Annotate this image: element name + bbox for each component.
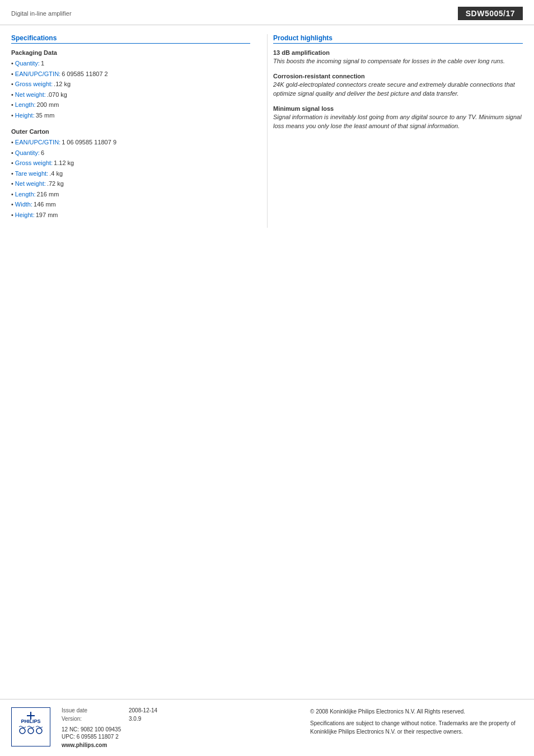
list-item: Width: 146 mm bbox=[11, 199, 250, 210]
spec-value: 216 mm bbox=[37, 190, 59, 199]
spec-value: 200 mm bbox=[37, 100, 59, 110]
list-item: EAN/UPC/GTIN: 1 06 09585 11807 9 bbox=[11, 137, 250, 148]
spec-value: 1.12 kg bbox=[54, 158, 74, 168]
spec-label: Length: bbox=[15, 190, 36, 199]
spec-label: Gross weight: bbox=[15, 79, 53, 89]
footer-right: © 2008 Koninklijke Philips Electronics N… bbox=[310, 707, 523, 736]
highlight-item: 13 dB amplification This boosts the inco… bbox=[273, 49, 523, 66]
packaging-data-list: Quantity: 1EAN/UPC/GTIN: 6 09585 11807 2… bbox=[11, 58, 250, 120]
philips-logo: PHILIPS bbox=[11, 707, 50, 746]
footer-nc: 12 NC: 9082 100 09435 bbox=[62, 726, 299, 732]
footer-copyright: © 2008 Koninklijke Philips Electronics N… bbox=[310, 707, 523, 716]
spec-value: 35 mm bbox=[36, 111, 55, 120]
highlight-item-title: Minimum signal loss bbox=[273, 105, 523, 112]
highlight-item-desc: This boosts the incoming signal to compe… bbox=[273, 57, 523, 66]
spec-label: Height: bbox=[15, 111, 35, 120]
packaging-data-title: Packaging Data bbox=[11, 49, 250, 56]
page: Digital in-line amplifier SDW5005/17 Spe… bbox=[0, 0, 534, 756]
spec-label: Net weight: bbox=[15, 90, 46, 100]
footer: PHILIPS Issue date 2008-12-14 Version: bbox=[0, 699, 534, 756]
spec-value: .72 kg bbox=[47, 179, 64, 189]
footer-upc: UPC: 6 09585 11807 2 bbox=[62, 734, 299, 740]
spec-value: .4 kg bbox=[49, 169, 63, 179]
spec-label: Quantity: bbox=[15, 148, 40, 158]
outer-carton-list: EAN/UPC/GTIN: 1 06 09585 11807 9Quantity… bbox=[11, 137, 250, 220]
list-item: Quantity: 1 bbox=[11, 58, 250, 69]
header: Digital in-line amplifier SDW5005/17 bbox=[0, 0, 534, 25]
spec-label: Quantity: bbox=[15, 59, 40, 68]
list-item: EAN/UPC/GTIN: 6 09585 11807 2 bbox=[11, 69, 250, 79]
highlights-title: Product highlights bbox=[273, 34, 523, 44]
spec-label: Height: bbox=[15, 210, 35, 220]
highlight-item: Corrosion-resistant connection 24K gold-… bbox=[273, 73, 523, 98]
list-item: Gross weight: .12 kg bbox=[11, 79, 250, 90]
list-item: Quantity: 6 bbox=[11, 148, 250, 158]
right-column: Product highlights 13 dB amplification T… bbox=[267, 34, 523, 228]
highlights-container: 13 dB amplification This boosts the inco… bbox=[273, 49, 523, 131]
footer-disclaimer: Specifications are subject to change wit… bbox=[310, 719, 523, 736]
spec-label: Tare weight: bbox=[15, 169, 48, 179]
spec-label: Net weight: bbox=[15, 179, 46, 189]
issue-date-label: Issue date bbox=[62, 707, 123, 713]
specifications-title: Specifications bbox=[11, 34, 250, 44]
list-item: Tare weight: .4 kg bbox=[11, 168, 250, 179]
left-column: Specifications Packaging Data Quantity: … bbox=[11, 34, 267, 228]
spec-label: Width: bbox=[15, 200, 32, 209]
list-item: Length: 216 mm bbox=[11, 189, 250, 200]
spec-label: EAN/UPC/GTIN: bbox=[15, 69, 60, 79]
spec-value: 1 06 09585 11807 9 bbox=[62, 138, 116, 147]
highlight-item-desc: 24K gold-electroplated connectors create… bbox=[273, 81, 523, 98]
spec-value: 146 mm bbox=[34, 200, 56, 209]
product-code: SDW5005/17 bbox=[458, 7, 523, 20]
highlight-item: Minimum signal loss Signal information i… bbox=[273, 105, 523, 131]
highlight-item-title: Corrosion-resistant connection bbox=[273, 73, 523, 79]
spec-label: Gross weight: bbox=[15, 158, 53, 168]
highlight-item-title: 13 dB amplification bbox=[273, 49, 523, 56]
spec-label: Length: bbox=[15, 100, 36, 110]
list-item: Height: 197 mm bbox=[11, 210, 250, 220]
list-item: Net weight: .72 kg bbox=[11, 179, 250, 189]
philips-logo-svg: PHILIPS bbox=[11, 707, 50, 746]
version-label: Version: bbox=[62, 716, 123, 722]
highlight-item-desc: Signal information is inevitably lost go… bbox=[273, 113, 523, 131]
main-content: Specifications Packaging Data Quantity: … bbox=[0, 25, 534, 237]
spec-value: 1 bbox=[41, 59, 44, 68]
spec-label: EAN/UPC/GTIN: bbox=[15, 138, 60, 147]
spec-value: .070 kg bbox=[47, 90, 67, 100]
list-item: Length: 200 mm bbox=[11, 100, 250, 110]
spec-value: 6 bbox=[41, 148, 44, 158]
outer-carton-title: Outer Carton bbox=[11, 128, 250, 135]
list-item: Net weight: .070 kg bbox=[11, 90, 250, 100]
spec-value: .12 kg bbox=[54, 79, 71, 89]
list-item: Height: 35 mm bbox=[11, 110, 250, 121]
spec-value: 6 09585 11807 2 bbox=[62, 69, 108, 79]
spec-value: 197 mm bbox=[36, 210, 58, 220]
issue-date-value: 2008-12-14 bbox=[129, 707, 299, 713]
footer-website[interactable]: www.philips.com bbox=[62, 742, 299, 748]
footer-meta: Issue date 2008-12-14 Version: 3.0.9 bbox=[62, 707, 299, 722]
product-subtitle: Digital in-line amplifier bbox=[11, 10, 72, 17]
version-value: 3.0.9 bbox=[129, 716, 299, 722]
footer-details: Issue date 2008-12-14 Version: 3.0.9 12 … bbox=[62, 707, 299, 748]
list-item: Gross weight: 1.12 kg bbox=[11, 158, 250, 168]
